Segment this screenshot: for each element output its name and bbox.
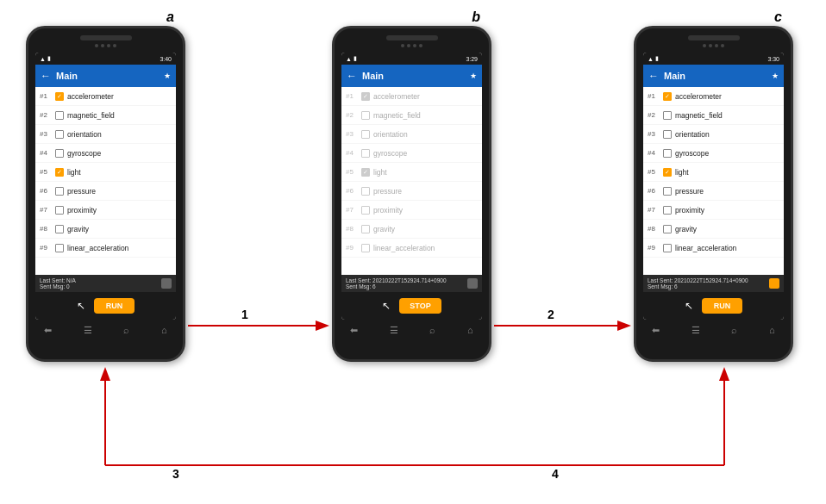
sensor-num: #5	[346, 168, 358, 176]
back-arrow-b[interactable]: ←	[347, 70, 357, 82]
checkbox-a4[interactable]	[55, 149, 64, 158]
status-bar-a: ▲ ▮ 3:40	[35, 53, 176, 65]
menu-nav-a[interactable]: ☰	[84, 325, 92, 336]
last-sent-b: Last Sent: 20210222T152924.714+0900	[346, 277, 447, 283]
sent-msg-c: Sent Msg: 6	[648, 283, 748, 289]
sensor-item-c[interactable]: #5 light	[643, 163, 784, 182]
sensor-item[interactable]: #1 accelerometer	[35, 87, 176, 106]
sensor-item[interactable]: #4 gyroscope	[35, 144, 176, 163]
sensor-num: #2	[648, 111, 660, 119]
sensor-item[interactable]: #2 magnetic_field	[35, 106, 176, 125]
speaker-dot	[407, 44, 410, 47]
status-icons: ▲ ▮	[40, 55, 51, 62]
action-bar-a: ↖ RUN	[35, 292, 176, 320]
info-bar-a: Last Sent: N/A Sent Msg: 0	[35, 275, 176, 292]
sensor-name: accelerometer	[373, 92, 420, 101]
sent-msg-a: Sent Msg: 0	[40, 283, 76, 289]
checkbox-a5[interactable]	[55, 168, 64, 177]
nav-bar-b: ⬅ ☰ ⌕ ⌂	[335, 320, 489, 340]
checkbox-a9[interactable]	[55, 244, 64, 252]
home-nav-b[interactable]: ⌂	[467, 325, 473, 335]
speaker-dot	[419, 44, 422, 47]
checkbox-c1[interactable]	[663, 92, 672, 101]
sensor-name: pressure	[67, 187, 96, 196]
back-arrow-a[interactable]: ←	[41, 70, 51, 82]
checkbox-a7[interactable]	[55, 206, 64, 215]
sensor-item-b: #5 light	[341, 163, 482, 182]
speaker-dot	[721, 44, 724, 47]
phone-b: b ▲ ▮ 3:29 ← Main ★	[332, 26, 491, 362]
sensor-item-c[interactable]: #6 pressure	[643, 182, 784, 201]
checkbox-b9	[361, 244, 370, 252]
sensor-num: #6	[346, 187, 358, 195]
phone-b-screen: ▲ ▮ 3:29 ← Main ★ #1 accelerometer #2	[341, 53, 482, 320]
back-nav-b[interactable]: ⬅	[350, 325, 358, 336]
checkbox-c4[interactable]	[663, 149, 672, 158]
sensor-name: magnetic_field	[373, 111, 421, 120]
checkbox-c9[interactable]	[663, 244, 672, 252]
back-nav-c[interactable]: ⬅	[652, 325, 660, 336]
run-button-c[interactable]: RUN	[702, 298, 743, 314]
star-icon-b[interactable]: ★	[470, 72, 477, 80]
sensor-item-c[interactable]: #3 orientation	[643, 125, 784, 144]
menu-nav-b[interactable]: ☰	[390, 325, 398, 336]
sensor-item-b: #8 gravity	[341, 220, 482, 239]
sensor-item-b: #2 magnetic_field	[341, 106, 482, 125]
sensor-item-c[interactable]: #2 magnetic_field	[643, 106, 784, 125]
sensor-item-c[interactable]: #4 gyroscope	[643, 144, 784, 163]
sensor-item[interactable]: #3 orientation	[35, 125, 176, 144]
back-arrow-c[interactable]: ←	[648, 70, 659, 82]
sensor-item[interactable]: #6 pressure	[35, 182, 176, 201]
phone-a-speaker	[28, 44, 183, 47]
sensor-item-c[interactable]: #7 proximity	[643, 201, 784, 220]
sensor-name: magnetic_field	[67, 111, 115, 120]
sensor-item[interactable]: #8 gravity	[35, 220, 176, 239]
checkbox-b3	[361, 130, 370, 139]
cursor-icon-b: ↖	[382, 300, 391, 312]
sensor-item-c[interactable]: #8 gravity	[643, 220, 784, 239]
home-nav-a[interactable]: ⌂	[161, 325, 167, 335]
checkbox-c7[interactable]	[663, 206, 672, 215]
sensor-num: #4	[648, 149, 660, 157]
sensor-num: #6	[648, 187, 660, 195]
sensor-item[interactable]: #9 linear_acceleration	[35, 239, 176, 258]
search-nav-a[interactable]: ⌕	[123, 325, 129, 335]
stop-button-b[interactable]: STOP	[399, 298, 441, 314]
search-nav-c[interactable]: ⌕	[731, 325, 737, 335]
checkbox-a2[interactable]	[55, 111, 64, 120]
star-icon-a[interactable]: ★	[164, 72, 171, 80]
back-nav-a[interactable]: ⬅	[44, 325, 52, 336]
phone-b-top-bar	[386, 35, 438, 40]
sensor-name: orientation	[675, 130, 710, 139]
checkbox-c2[interactable]	[663, 111, 672, 120]
sensor-num: #8	[346, 225, 358, 233]
run-button-a[interactable]: RUN	[94, 298, 135, 314]
checkbox-c8[interactable]	[663, 225, 672, 233]
checkbox-a8[interactable]	[55, 225, 64, 233]
info-text-a: Last Sent: N/A Sent Msg: 0	[40, 277, 76, 289]
sensor-name: gravity	[373, 225, 395, 233]
action-bar-c: ↖ RUN	[643, 292, 784, 320]
star-icon-c[interactable]: ★	[772, 72, 779, 80]
checkbox-a6[interactable]	[55, 187, 64, 196]
battery-icon: ▮	[47, 55, 51, 62]
cursor-icon-a: ↖	[77, 300, 85, 312]
checkbox-a1[interactable]	[55, 92, 64, 101]
menu-nav-c[interactable]: ☰	[691, 325, 700, 336]
sensor-item-c[interactable]: #9 linear_acceleration	[643, 239, 784, 258]
sensor-item[interactable]: #7 proximity	[35, 201, 176, 220]
sensor-name: accelerometer	[675, 92, 722, 101]
home-nav-c[interactable]: ⌂	[769, 325, 775, 335]
checkbox-c3[interactable]	[663, 130, 672, 139]
checkbox-c6[interactable]	[663, 187, 672, 196]
sensor-item[interactable]: #5 light	[35, 163, 176, 182]
search-nav-b[interactable]: ⌕	[429, 325, 435, 335]
scene: a ▲ ▮ 3:40 ← Main ★	[0, 0, 826, 504]
sensor-item-b: #7 proximity	[341, 201, 482, 220]
sensor-name: accelerometer	[67, 92, 114, 101]
sensor-item-c[interactable]: #1 accelerometer	[643, 87, 784, 106]
checkbox-c5[interactable]	[663, 168, 672, 177]
sensor-num: #3	[346, 130, 358, 138]
checkbox-a3[interactable]	[55, 130, 64, 139]
checkbox-b8	[361, 225, 370, 233]
